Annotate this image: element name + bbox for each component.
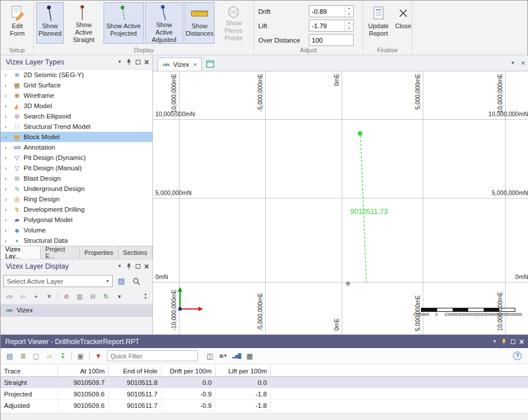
more-dropdown-icon[interactable]: ▾ [113,291,125,302]
profile-icon[interactable]: ▱ [17,291,29,302]
layer-type-item-development-drilling[interactable]: ›↯Development Drilling [1,204,152,215]
report-row-straight[interactable]: Straight9010509.79010511.80.00.0 [1,377,528,388]
help-icon[interactable]: ? [513,352,522,360]
active-layer-combobox[interactable]: Select Active Layer ▼ [3,275,113,287]
filter-clear-icon[interactable]: ⊘ [60,291,72,302]
columns-icon[interactable]: ◫ [204,350,216,362]
field-chooser-icon[interactable]: ≣ [17,350,29,362]
chevron-down-icon[interactable]: ▼ [510,60,515,66]
layer-type-item-block-model[interactable]: ›▦Block Model [1,132,152,142]
close-tab-icon[interactable]: × [193,61,197,68]
map-canvas[interactable]: 9010511.73 10000000100000020000003000000… [153,71,528,334]
close-pane-icon[interactable]: × [521,59,525,67]
layer-type-item-polygonal-model[interactable]: ›▰Polygonal Model [1,215,152,225]
export-icon[interactable]: ↧ [57,350,68,362]
ribbon-button-show-active-projected[interactable]: Show Active Projected [104,2,144,44]
grid-icon[interactable]: ▦ [244,350,255,362]
expand-chevron-icon[interactable]: › [5,144,12,151]
expand-chevron-icon[interactable]: › [5,227,12,234]
expand-chevron-icon[interactable]: › [5,71,12,78]
layer-type-item-pit-design-dynamic[interactable]: ›▽Pit Design (Dynamic) [1,152,152,163]
layer-type-item-structural-trend-model[interactable]: ›∷Structural Trend Model [1,121,152,132]
ribbon-button-show-active-straight[interactable]: Show Active Straight [65,2,102,44]
expand-chevron-icon[interactable]: › [5,237,12,244]
ribbon-button-show-distances[interactable]: Show Distances [185,2,215,44]
float-window-icon[interactable] [136,60,140,64]
column-header-end-of-hole[interactable]: End of Hole [109,365,162,376]
update-report-button[interactable]: Update Report [365,2,392,44]
panel-tab-properties[interactable]: Properties [80,246,118,259]
layer-type-item-pit-design-manual[interactable]: ›▽Pit Design (Manual) [1,163,152,173]
layers-icon[interactable]: ▤ [115,275,128,287]
chevron-down-icon[interactable]: ▼ [103,279,112,283]
chart-icon[interactable]: ▂▅█ [231,350,242,362]
lift-input[interactable] [309,20,345,31]
float-window-icon[interactable] [511,339,515,344]
spin-down-icon[interactable]: ▼ [345,12,353,17]
chevron-down-icon[interactable]: ▼ [492,339,497,344]
search-icon[interactable] [130,275,143,287]
pin-icon[interactable] [126,263,132,270]
close-icon[interactable]: × [144,262,149,270]
layer-item-vizex[interactable]: Vizex [1,304,152,316]
saved-view-button[interactable] [204,58,217,71]
layer-type-item-ring-design[interactable]: ›◎Ring Design [1,194,152,204]
open-report-icon[interactable]: ▱ [44,350,55,362]
layer-type-item-grid-surface[interactable]: ›▦Grid Surface [1,80,152,90]
expand-chevron-icon[interactable]: › [5,82,12,89]
spin-up-icon[interactable]: ▲ [345,6,353,12]
layer-type-item-3d-model[interactable]: ›◭3D Model [1,101,152,111]
panel-tab-project-e[interactable]: Project E... [41,246,80,259]
select-rect-icon[interactable]: ▭ [3,291,16,302]
filter-edit-icon[interactable]: ▼ [93,350,104,362]
filter-icon[interactable]: ▼ [43,291,55,302]
chevron-down-icon[interactable]: ▼ [117,264,122,269]
layer-type-item-2d-seismic-seg-y[interactable]: ›≋2D Seismic (SEG-Y) [1,70,152,80]
float-window-icon[interactable] [136,264,140,269]
ribbon-button-show-active-adjusted[interactable]: Show Active Adjusted [145,2,183,44]
expand-chevron-icon[interactable]: › [5,113,12,120]
pin-icon[interactable] [501,338,507,345]
spin-up-icon[interactable]: ▲ [345,20,353,26]
expand-chevron-icon[interactable]: › [5,196,12,203]
quick-filter-input[interactable] [107,350,198,361]
expand-chevron-icon[interactable]: › [5,185,12,192]
expand-chevron-icon[interactable]: › [5,154,12,161]
copy-icon[interactable]: ▣ [75,350,86,362]
layer-type-item-structural-data[interactable]: ›◗Structural Data [1,235,152,246]
copy-layer-icon[interactable]: ⊟ [87,291,99,302]
pages-icon[interactable]: ▥ [74,291,86,302]
report-icon[interactable]: ▤ [4,350,16,362]
expand-chevron-icon[interactable]: › [5,123,12,130]
chevron-down-icon[interactable]: ▼ [117,60,122,64]
layer-type-item-blast-design[interactable]: ›⊞Blast Design [1,173,152,184]
panel-tab-vizex-lay[interactable]: Vizex Lay... [1,246,41,259]
drift-input[interactable] [309,6,345,17]
expand-chevron-icon[interactable]: › [5,102,12,109]
expand-chevron-icon[interactable]: › [5,206,12,213]
column-header-at-100m[interactable]: At 100m [58,365,109,376]
pin-icon[interactable] [126,59,132,66]
scroll-down-icon[interactable]: ▼ [141,296,150,300]
ribbon-button-show-pierce-points[interactable]: Show Pierce Points [216,2,251,44]
close-icon[interactable]: × [519,338,524,346]
vizex-view-tab[interactable]: Vizex × [158,58,202,71]
layer-type-item-volume[interactable]: ›◈Volume [1,225,152,235]
layer-type-item-annotation[interactable]: ›123Annotation [1,142,152,152]
close-icon[interactable]: × [144,58,149,66]
column-header-drift-per-100m[interactable]: Drift per 100m [162,365,216,376]
expand-chevron-icon[interactable]: › [5,216,12,223]
ribbon-button-show-planned[interactable]: Show Planned [36,2,64,44]
expand-chevron-icon[interactable]: › [5,165,12,171]
pivot-icon[interactable]: ▦▼ [217,350,229,362]
move-icon[interactable]: + [30,291,42,302]
expand-chevron-icon[interactable]: › [5,133,12,140]
new-report-icon[interactable]: ▢ [30,350,42,362]
report-row-adjusted[interactable]: Adjusted9010509.69010511.7-0.9-1.8 [1,400,528,411]
report-row-projected[interactable]: Projected9010509.69010511.7-0.9-1.8 [1,388,528,400]
panel-tab-sections[interactable]: Sections [118,246,152,259]
over-distance-input[interactable] [309,35,353,45]
refresh-icon[interactable]: ↻ [100,291,112,302]
close-button[interactable]: Close [393,2,414,44]
scroll-up-icon[interactable]: ▲ [141,292,150,296]
